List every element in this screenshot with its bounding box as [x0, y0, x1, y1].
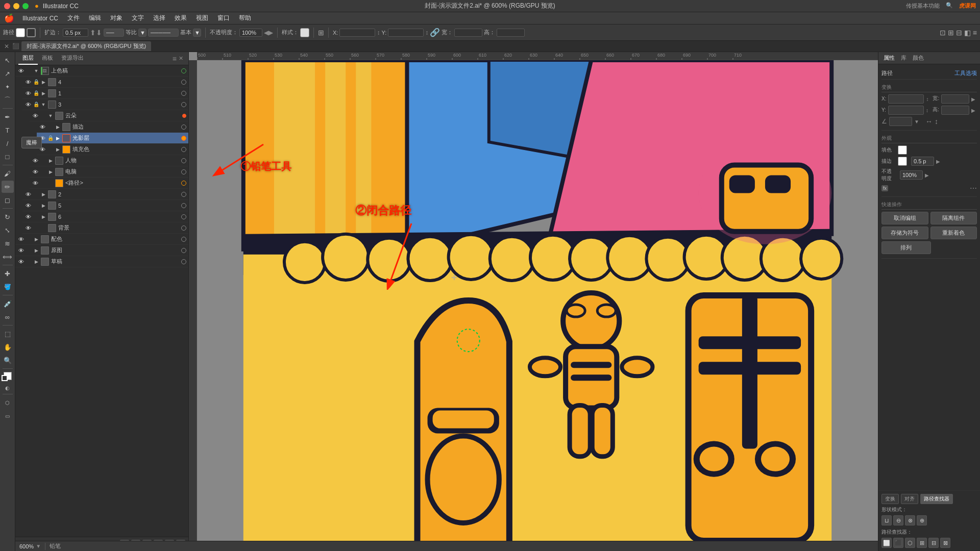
- layer-color-dot[interactable]: [181, 147, 186, 152]
- menu-text[interactable]: 文字: [128, 13, 148, 23]
- pencil-tool[interactable]: ✏: [2, 181, 14, 193]
- layer-lock-toggle[interactable]: [40, 112, 47, 119]
- layer-expand-btn[interactable]: ▶: [41, 91, 46, 96]
- layer-lock-toggle[interactable]: [47, 123, 54, 131]
- layer-visibility-toggle[interactable]: 👁: [39, 123, 46, 131]
- fill-swatch[interactable]: [898, 145, 907, 155]
- divide-btn[interactable]: ⬜: [881, 538, 892, 548]
- layer-visibility-toggle[interactable]: 👁: [24, 224, 32, 232]
- tab-artboard[interactable]: 画板: [38, 52, 57, 65]
- paint-tool[interactable]: 🖌: [2, 167, 14, 180]
- flip-v-icon[interactable]: ↕: [935, 117, 938, 126]
- direct-selection-tool[interactable]: ↗: [2, 67, 14, 80]
- w-expand-icon[interactable]: ▶: [971, 96, 975, 102]
- trim-btn[interactable]: ⬛: [893, 538, 903, 548]
- layer-row[interactable]: 👁 ▶ 配色: [15, 234, 188, 245]
- intersect-btn[interactable]: ⊗: [905, 515, 915, 525]
- layer-visibility-toggle[interactable]: 👁: [24, 79, 32, 86]
- exclude-btn[interactable]: ⊕: [917, 515, 927, 525]
- layer-expand-btn[interactable]: ▼: [41, 102, 46, 107]
- layer-lock-toggle[interactable]: [40, 180, 47, 187]
- lasso-tool[interactable]: ⌒: [2, 94, 14, 106]
- zoom-control[interactable]: 600% ▼: [19, 543, 41, 549]
- save-symbol-btn[interactable]: 存储为符号: [881, 227, 928, 239]
- layer-row[interactable]: 👁 ▶ 草稿: [15, 256, 188, 267]
- line-tool[interactable]: /: [2, 137, 14, 149]
- w-coord-input[interactable]: [941, 94, 969, 104]
- layer-color-dot[interactable]: [181, 248, 186, 253]
- h-expand-icon[interactable]: ▶: [971, 108, 975, 113]
- isolate-btn[interactable]: 隔离组件: [930, 212, 977, 224]
- stroke-size-input[interactable]: [911, 157, 934, 166]
- rect-tool[interactable]: □: [2, 151, 14, 163]
- layer-color-dot[interactable]: [181, 214, 186, 219]
- layer-lock-toggle[interactable]: [33, 202, 40, 209]
- layer-lock-toggle[interactable]: [26, 247, 33, 254]
- layer-color-dot[interactable]: [181, 259, 186, 264]
- layer-color-dot[interactable]: [181, 169, 186, 174]
- layer-color-dot[interactable]: [181, 136, 186, 141]
- layer-row[interactable]: 👁 ▶ 原图: [15, 245, 188, 256]
- layer-visibility-toggle[interactable]: 👁: [24, 90, 32, 97]
- layer-expand-btn[interactable]: ▼: [34, 68, 39, 73]
- tab-layers[interactable]: 图层: [18, 52, 38, 65]
- layer-row[interactable]: 👁 ▶ 6: [22, 211, 188, 222]
- layer-lock-toggle[interactable]: [26, 67, 33, 74]
- layer-expand-btn[interactable]: ▶: [41, 214, 46, 219]
- stroke-input[interactable]: [63, 29, 88, 37]
- fill-color-btn[interactable]: [27, 28, 36, 37]
- layer-color-dot[interactable]: [181, 124, 186, 130]
- layer-row[interactable]: 👁 🔒 ▶ 1: [22, 88, 188, 99]
- tool-options-link[interactable]: 工具选项: [954, 69, 977, 77]
- layer-color-dot[interactable]: [181, 158, 186, 163]
- scale-tool[interactable]: ⤡: [2, 224, 14, 236]
- layer-row[interactable]: 👁 ▶ 电脑: [30, 166, 188, 178]
- layer-expand-btn[interactable]: ▶: [34, 259, 39, 264]
- stroke-color-btn[interactable]: [16, 28, 25, 37]
- arrange-btn[interactable]: 排列: [881, 241, 931, 254]
- screen-mode-btn[interactable]: ▭: [2, 410, 14, 422]
- more-options-icon[interactable]: ⋯: [970, 184, 977, 192]
- layer-lock-toggle[interactable]: [26, 236, 33, 243]
- layer-lock-toggle[interactable]: 🔒: [47, 135, 54, 142]
- x-input[interactable]: 565.707: [339, 29, 375, 37]
- menu-edit[interactable]: 编辑: [85, 13, 105, 23]
- rotate-tool[interactable]: ↻: [2, 211, 14, 223]
- stroke-expand-icon[interactable]: ▶: [936, 159, 940, 164]
- layer-visibility-toggle[interactable]: 👁: [24, 202, 32, 209]
- layer-row[interactable]: 👁 <路径>: [30, 178, 188, 189]
- layer-row[interactable]: 👁 🔒 ▶ 4: [22, 77, 188, 88]
- style-swatch[interactable]: [300, 28, 309, 37]
- layer-lock-toggle[interactable]: 🔒: [33, 90, 40, 97]
- share-icon[interactable]: 传授基本功能: [906, 2, 940, 10]
- outline-btn[interactable]: ⊟: [928, 538, 939, 548]
- layer-lock-toggle[interactable]: [26, 258, 33, 265]
- layer-expand-btn[interactable]: ▶: [48, 158, 53, 163]
- layer-visibility-toggle[interactable]: 👁: [24, 191, 32, 198]
- shape-build-tool[interactable]: ✚: [2, 267, 14, 280]
- toolbar-right-icon5[interactable]: ≡: [973, 29, 977, 37]
- zoom-level[interactable]: 600%: [19, 543, 34, 549]
- tab-align[interactable]: 对齐: [901, 494, 918, 504]
- toolbar-right-icon1[interactable]: ⊡: [940, 29, 946, 37]
- minus-back-btn[interactable]: ⊠: [940, 538, 950, 548]
- stroke-color-swatch[interactable]: [2, 375, 8, 381]
- pen-tool[interactable]: ✒: [2, 111, 14, 123]
- tab-asset-export[interactable]: 资源导出: [57, 52, 88, 65]
- layer-visibility-toggle[interactable]: 👁: [17, 258, 24, 265]
- layer-row[interactable]: 👁 ▼ 云朵: [30, 110, 188, 121]
- menu-help[interactable]: 帮助: [235, 13, 255, 23]
- menu-object[interactable]: 对象: [106, 13, 127, 23]
- stroke-style-btn[interactable]: ──: [104, 29, 124, 37]
- layer-expand-btn[interactable]: ▶: [55, 147, 60, 152]
- toolbar-right-icon4[interactable]: ◧: [964, 29, 971, 37]
- layer-lock-toggle[interactable]: [33, 191, 40, 198]
- crop-btn[interactable]: ⊞: [917, 538, 927, 548]
- layer-expand-btn[interactable]: ▶: [55, 124, 60, 130]
- toolbar-right-icon2[interactable]: ⊞: [948, 29, 954, 37]
- layer-lock-toggle[interactable]: 🔒: [33, 101, 40, 108]
- layer-row[interactable]: 👁 背景: [22, 222, 188, 234]
- layer-lock-toggle[interactable]: [33, 224, 40, 232]
- layer-color-dot[interactable]: [181, 102, 186, 107]
- layer-lock-toggle[interactable]: 🔒: [33, 79, 40, 86]
